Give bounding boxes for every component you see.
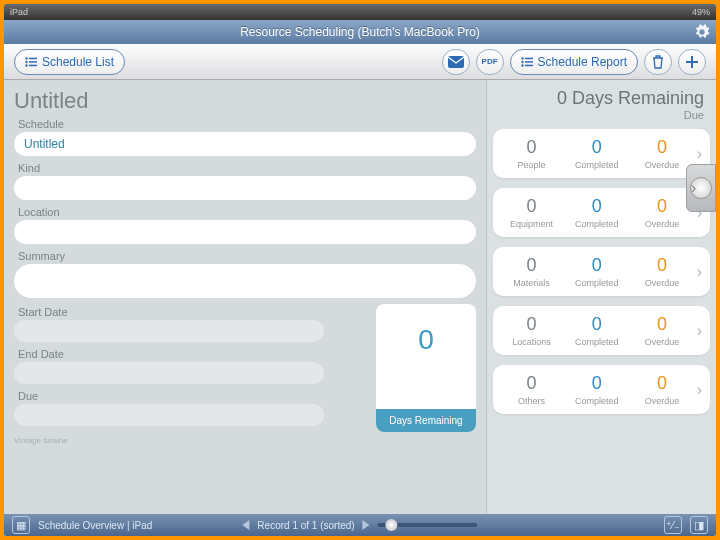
svg-rect-9: [525, 64, 533, 66]
next-record-icon[interactable]: [363, 520, 370, 530]
chevron-right-icon: ›: [691, 179, 696, 197]
list-icon: [25, 57, 37, 67]
start-date-input[interactable]: [14, 320, 324, 342]
chevron-right-icon: ›: [695, 263, 704, 281]
summary-card[interactable]: 0Locations0Completed0Overdue›: [493, 306, 710, 355]
svg-point-10: [521, 57, 523, 59]
svg-point-2: [25, 60, 27, 62]
svg-rect-5: [29, 64, 37, 66]
side-handle[interactable]: ›: [686, 164, 716, 212]
location-label: Location: [18, 206, 476, 218]
schedule-input[interactable]: [14, 132, 476, 156]
svg-rect-1: [29, 57, 37, 59]
svg-point-4: [25, 64, 27, 66]
carrier-label: iPad: [10, 7, 28, 17]
summary-label: Summary: [18, 250, 476, 262]
add-button[interactable]: [678, 49, 706, 75]
record-slider[interactable]: [378, 523, 478, 527]
summary-card[interactable]: 0Equipment0Completed0Overdue›: [493, 188, 710, 237]
battery-label: 49%: [692, 7, 710, 17]
pdf-button[interactable]: PDF: [476, 49, 504, 75]
start-date-label: Start Date: [18, 306, 368, 318]
svg-point-11: [521, 60, 523, 62]
schedule-report-button[interactable]: Schedule Report: [510, 49, 638, 75]
end-date-input[interactable]: [14, 362, 324, 384]
sort-icon[interactable]: ⁺⁄₋: [664, 516, 682, 534]
end-date-label: End Date: [18, 348, 368, 360]
summary-input[interactable]: [14, 264, 476, 298]
footer-bar: ▦ Schedule Overview | iPad Record 1 of 1…: [4, 514, 716, 536]
summary-card[interactable]: 0People0Completed0Overdue›: [493, 129, 710, 178]
report-icon: [521, 57, 533, 67]
watermark: Vintage turaine: [14, 436, 476, 445]
find-icon[interactable]: ◨: [690, 516, 708, 534]
form-panel: Untitled Schedule Kind Location Summary …: [4, 80, 486, 514]
due-header: Due: [493, 109, 704, 121]
svg-rect-6: [448, 56, 464, 68]
chevron-right-icon: ›: [695, 381, 704, 399]
window-title: Resource Scheduling (Butch's MacBook Pro…: [4, 20, 716, 44]
prev-record-icon[interactable]: [242, 520, 249, 530]
location-input[interactable]: [14, 220, 476, 244]
page-title: Untitled: [14, 88, 476, 114]
kind-label: Kind: [18, 162, 476, 174]
svg-rect-3: [29, 61, 37, 63]
settings-icon[interactable]: [694, 24, 710, 40]
svg-point-0: [25, 57, 27, 59]
due-input[interactable]: [14, 404, 324, 426]
svg-rect-7: [525, 57, 533, 59]
chevron-right-icon: ›: [695, 145, 704, 163]
days-remaining-label: Days Remaining: [376, 409, 476, 432]
layout-icon[interactable]: ▦: [12, 516, 30, 534]
days-remaining-header: 0 Days Remaining: [493, 88, 704, 109]
days-remaining-number: 0: [376, 324, 476, 356]
chevron-right-icon: ›: [695, 322, 704, 340]
schedule-list-button[interactable]: Schedule List: [14, 49, 125, 75]
svg-point-12: [521, 64, 523, 66]
layout-name[interactable]: Schedule Overview | iPad: [38, 520, 152, 531]
days-remaining-box: 0 Days Remaining: [376, 304, 476, 432]
summary-panel: 0 Days Remaining Due 0People0Completed0O…: [486, 80, 716, 514]
due-label: Due: [18, 390, 368, 402]
kind-input[interactable]: [14, 176, 476, 200]
summary-card[interactable]: 0Others0Completed0Overdue›: [493, 365, 710, 414]
summary-card[interactable]: 0Materials0Completed0Overdue›: [493, 247, 710, 296]
record-status: Record 1 of 1 (sorted): [257, 520, 354, 531]
schedule-label: Schedule: [18, 118, 476, 130]
status-bar: iPad 49%: [4, 4, 716, 20]
delete-button[interactable]: [644, 49, 672, 75]
toolbar: Schedule List PDF Schedule Report: [4, 44, 716, 80]
mail-button[interactable]: [442, 49, 470, 75]
svg-rect-8: [525, 61, 533, 63]
